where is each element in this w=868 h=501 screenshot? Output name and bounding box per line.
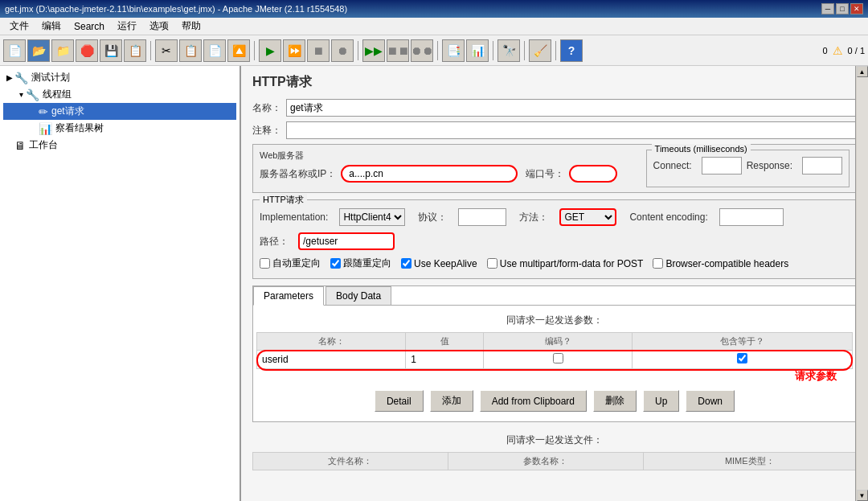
toolbar-close[interactable]: 📁 (51, 39, 74, 62)
toolbar-start-no-pause[interactable]: ⏩ (283, 39, 305, 62)
toolbar-log[interactable]: 📊 (466, 39, 489, 62)
tree-item-resulttree[interactable]: 📊 察看结果树 (3, 120, 236, 137)
name-input[interactable] (286, 99, 857, 117)
method-select[interactable]: GET POST PUT DELETE (559, 208, 616, 226)
file-col-mime: MIME类型： (643, 453, 857, 470)
add-button[interactable]: 添加 (430, 390, 473, 412)
checkbox-multipart[interactable]: Use multipart/form-data for POST (487, 258, 644, 269)
checkbox-browser-compat[interactable]: Browser-compatible headers (653, 258, 788, 269)
toolbar-stop-all[interactable]: 🛑 (76, 39, 98, 62)
detail-button[interactable]: Detail (375, 390, 424, 412)
testplan-icon: 🔧 (14, 72, 28, 84)
toolbar-cut[interactable]: ✂ (155, 39, 178, 62)
toolbar-start[interactable]: ▶ (259, 39, 281, 62)
timeouts-part: Timeouts (milliseconds) Connect: Respons… (646, 150, 850, 187)
multipart-check[interactable] (487, 258, 497, 269)
toolbar-function-helper[interactable]: 🔭 (497, 39, 520, 62)
row-include-check[interactable] (737, 353, 747, 363)
toolbar-stop[interactable]: ⏹ (307, 39, 330, 62)
file-cell-2 (448, 470, 643, 487)
path-input[interactable] (298, 232, 395, 250)
connect-input[interactable] (702, 157, 742, 175)
connect-label: Connect: (653, 160, 692, 171)
browser-compat-check[interactable] (653, 258, 663, 269)
toolbar-help[interactable]: ? (560, 39, 583, 62)
close-button[interactable]: ✕ (850, 3, 863, 14)
toolbar-paste[interactable]: 📄 (203, 39, 226, 62)
menu-file[interactable]: 文件 (3, 18, 35, 35)
scroll-down-arrow[interactable]: ▼ (857, 490, 868, 501)
toolbar-remote-start[interactable]: ▶▶ (362, 39, 385, 62)
impl-select[interactable]: HttpClient4 (339, 208, 405, 226)
maximize-button[interactable]: □ (836, 3, 849, 14)
title-bar-controls: ─ □ ✕ (821, 3, 863, 14)
impl-label: Implementation: (260, 211, 328, 223)
port-input[interactable] (569, 165, 617, 183)
params-section: Parameters Body Data 同请求一起发送参数： 名称： 值 编码… (252, 285, 857, 422)
auto-redirect-check[interactable] (260, 258, 270, 269)
menu-help[interactable]: 帮助 (175, 18, 207, 35)
col-value: 值 (406, 333, 484, 351)
follow-redirect-check[interactable] (330, 258, 341, 269)
checkbox-keepalive[interactable]: Use KeepAlive (401, 258, 477, 269)
toolbar-shutdown[interactable]: ⏺ (331, 39, 354, 62)
protocol-input[interactable] (458, 208, 506, 226)
tab-parameters[interactable]: Parameters (253, 286, 324, 306)
tree-item-testplan[interactable]: ▶ 🔧 测试计划 (3, 69, 236, 86)
toolbar-sep4 (437, 41, 438, 60)
port-label: 端口号： (526, 167, 564, 181)
table-row: userid 1 (257, 351, 853, 369)
tree-item-workbench[interactable]: 🖥 工作台 (3, 137, 236, 154)
toolbar-remote-shutdown[interactable]: ⏺⏺ (411, 39, 433, 62)
row-name: userid (257, 351, 406, 369)
toolbar-expand[interactable]: 🔼 (227, 39, 250, 62)
minimize-button[interactable]: ─ (821, 3, 834, 14)
comment-input[interactable] (286, 121, 857, 139)
server-timeouts-section: Web服务器 服务器名称或IP： 端口号： Timeouts (millisec… (252, 144, 857, 193)
toolbar-clear[interactable]: 🧹 (529, 39, 551, 62)
toolbar-save-as[interactable]: 📋 (124, 39, 146, 62)
menu-options[interactable]: 选项 (143, 18, 175, 35)
resulttree-icon: 📊 (39, 122, 52, 135)
down-button[interactable]: Down (686, 390, 735, 412)
encoding-input[interactable] (719, 208, 784, 226)
toolbar-remote-stop[interactable]: ⏹⏹ (387, 39, 409, 62)
name-row: 名称： (252, 99, 857, 117)
tree-panel: ▶ 🔧 测试计划 ▾ 🔧 线程组 ✏ get请求 📊 察看结果树 🖥 工作台 (0, 66, 241, 501)
response-input[interactable] (802, 157, 842, 175)
params-table-container: 名称： 值 编码？ 包含等于？ userid 1 (256, 332, 853, 369)
threadgroup-icon: 🔧 (26, 88, 39, 101)
checkbox-row: 自动重定向 跟随重定向 Use KeepAlive Use multipart/… (260, 253, 850, 273)
toolbar-open[interactable]: 📂 (27, 39, 50, 62)
tree-item-getrequest[interactable]: ✏ get请求 (3, 103, 236, 120)
files-section: 同请求一起发送文件： 文件名称： 参数名称： MIME类型： (252, 429, 857, 487)
toolbar-sep2 (254, 41, 255, 60)
tree-item-threadgroup[interactable]: ▾ 🔧 线程组 (3, 86, 236, 103)
checkbox-auto-redirect[interactable]: 自动重定向 (260, 257, 321, 270)
tree-label-testplan: 测试计划 (31, 71, 70, 84)
follow-redirect-label: 跟随重定向 (343, 257, 391, 270)
auto-redirect-label: 自动重定向 (272, 257, 321, 270)
menu-search[interactable]: Search (68, 19, 111, 34)
tab-bodydata[interactable]: Body Data (326, 286, 391, 305)
method-label: 方法： (519, 211, 548, 224)
row-encode-check[interactable] (553, 353, 563, 363)
add-from-clipboard-button[interactable]: Add from Clipboard (480, 390, 587, 412)
req-param-label: 请求参数 (256, 369, 853, 384)
up-button[interactable]: Up (643, 390, 679, 412)
toolbar-templates[interactable]: 📑 (442, 39, 465, 62)
menu-edit[interactable]: 编辑 (35, 18, 68, 35)
scroll-up-arrow[interactable]: ▲ (857, 66, 868, 77)
checkbox-follow-redirect[interactable]: 跟随重定向 (330, 257, 391, 270)
scroll-track (857, 77, 868, 490)
file-cell-3 (643, 470, 857, 487)
title-bar: get.jmx (D:\apache-jmeter-2.11\bin\examp… (0, 0, 868, 18)
keepalive-check[interactable] (401, 258, 411, 269)
menu-run[interactable]: 运行 (111, 18, 143, 35)
tree-label-workbench: 工作台 (29, 138, 58, 152)
delete-button[interactable]: 删除 (593, 390, 637, 412)
toolbar-new[interactable]: 📄 (3, 39, 26, 62)
server-name-input[interactable] (341, 165, 518, 183)
toolbar-save[interactable]: 💾 (100, 39, 122, 62)
toolbar-copy[interactable]: 📋 (179, 39, 202, 62)
